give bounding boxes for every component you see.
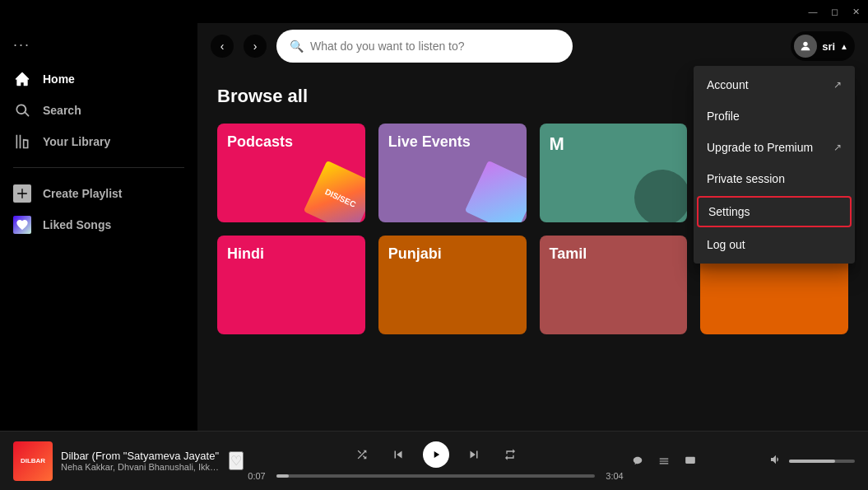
card-label-hindi: Hindi bbox=[227, 245, 264, 263]
library-icon bbox=[13, 133, 31, 151]
shuffle-button[interactable] bbox=[350, 443, 374, 466]
podcast-art: DIS/SEC bbox=[304, 161, 365, 222]
external-link-icon-2: ↗ bbox=[833, 142, 842, 153]
dropdown-item-settings[interactable]: Settings bbox=[697, 196, 852, 227]
queue-button[interactable] bbox=[654, 451, 674, 471]
volume-controls bbox=[707, 453, 855, 469]
search-input[interactable] bbox=[310, 40, 559, 53]
category-card-music[interactable]: M bbox=[540, 124, 688, 222]
back-button[interactable]: ‹ bbox=[211, 35, 234, 58]
category-card-punjabi[interactable]: Punjabi bbox=[378, 236, 527, 334]
sidebar-item-create-playlist[interactable]: Create Playlist bbox=[0, 178, 197, 209]
app-layout: ··· Home Search Your Library bbox=[0, 23, 868, 431]
close-button[interactable]: ✕ bbox=[850, 6, 861, 17]
card-label-live-events: Live Events bbox=[388, 133, 471, 151]
progress-bar[interactable]: 0:07 3:04 bbox=[244, 471, 628, 481]
search-icon bbox=[13, 101, 31, 119]
sidebar-item-library[interactable]: Your Library bbox=[0, 126, 197, 157]
dropdown-item-private-session[interactable]: Private session bbox=[694, 163, 855, 194]
player-bar: DILBAR Dilbar (From "Satyameva Jayate" N… bbox=[0, 431, 868, 490]
player-controls: 0:07 3:04 bbox=[244, 441, 628, 481]
card-label-punjabi: Punjabi bbox=[388, 245, 442, 263]
sidebar-actions: Create Playlist Liked Songs bbox=[0, 175, 197, 244]
next-button[interactable] bbox=[462, 443, 485, 466]
card-label-music: M bbox=[550, 133, 564, 155]
extra-controls bbox=[628, 451, 700, 471]
sidebar-item-liked-songs-label: Liked Songs bbox=[43, 218, 111, 231]
user-name: sri bbox=[822, 40, 835, 53]
forward-button[interactable]: › bbox=[244, 35, 267, 58]
heart-icon bbox=[13, 216, 31, 234]
search-bar[interactable]: 🔍 bbox=[276, 30, 573, 63]
live-events-art bbox=[464, 161, 526, 222]
top-bar: ‹ › 🔍 sri ▲ bbox=[197, 23, 868, 69]
svg-rect-1 bbox=[685, 456, 695, 463]
track-artist: Neha Kakkar, Dhvani Bhanushali, Ikka, T bbox=[61, 462, 220, 472]
track-name: Dilbar (From "Satyameva Jayate" bbox=[61, 450, 220, 462]
category-card-tamil[interactable]: Tamil bbox=[540, 236, 688, 334]
play-pause-button[interactable] bbox=[423, 441, 449, 468]
dropdown-item-upgrade[interactable]: Upgrade to Premium ↗ bbox=[694, 132, 855, 163]
dropdown-menu: Account ↗ Profile Upgrade to Premium ↗ P… bbox=[694, 66, 855, 264]
previous-button[interactable] bbox=[387, 443, 410, 466]
volume-fill bbox=[789, 460, 835, 463]
category-card-hindi[interactable]: Hindi bbox=[217, 236, 365, 334]
sidebar-item-home-label: Home bbox=[43, 72, 75, 86]
lyrics-button[interactable] bbox=[628, 451, 648, 471]
dropdown-item-account[interactable]: Account ↗ bbox=[694, 69, 855, 100]
control-buttons bbox=[350, 441, 522, 468]
home-icon bbox=[13, 70, 31, 88]
card-label-podcasts: Podcasts bbox=[227, 133, 293, 151]
current-time: 0:07 bbox=[244, 471, 270, 481]
sidebar-item-home[interactable]: Home bbox=[0, 63, 197, 95]
dropdown-item-logout[interactable]: Log out bbox=[694, 229, 855, 260]
user-avatar bbox=[794, 35, 817, 58]
card-label-tamil: Tamil bbox=[550, 245, 587, 263]
progress-fill bbox=[276, 474, 289, 478]
sidebar-item-liked-songs[interactable]: Liked Songs bbox=[0, 209, 197, 240]
track-artwork: DILBAR bbox=[13, 441, 53, 481]
external-link-icon: ↗ bbox=[833, 79, 842, 91]
progress-track[interactable] bbox=[276, 474, 595, 478]
main-content: ‹ › 🔍 sri ▲ Account ↗ Profile bbox=[197, 23, 868, 431]
restore-button[interactable]: ◻ bbox=[829, 6, 840, 17]
plus-icon bbox=[13, 184, 31, 203]
volume-icon-button[interactable] bbox=[769, 453, 782, 469]
player-track: DILBAR Dilbar (From "Satyameva Jayate" N… bbox=[13, 441, 244, 481]
sidebar-divider bbox=[13, 167, 184, 168]
three-dots-menu[interactable]: ··· bbox=[0, 30, 197, 60]
dropdown-item-profile[interactable]: Profile bbox=[694, 100, 855, 132]
total-time: 3:04 bbox=[601, 471, 628, 481]
music-art bbox=[625, 161, 687, 222]
sidebar-item-create-playlist-label: Create Playlist bbox=[43, 187, 123, 200]
user-menu-button[interactable]: sri ▲ bbox=[791, 31, 855, 61]
connect-device-button[interactable] bbox=[680, 451, 700, 471]
category-card-podcasts[interactable]: Podcasts DIS/SEC bbox=[217, 124, 365, 222]
svg-point-0 bbox=[804, 42, 808, 46]
category-card-live-events[interactable]: Live Events bbox=[378, 124, 527, 222]
sidebar-item-search[interactable]: Search bbox=[0, 95, 197, 126]
minimize-button[interactable]: — bbox=[807, 6, 819, 17]
track-info: Dilbar (From "Satyameva Jayate" Neha Kak… bbox=[61, 450, 220, 472]
title-bar: — ◻ ✕ bbox=[0, 0, 868, 23]
sidebar: ··· Home Search Your Library bbox=[0, 23, 197, 431]
chevron-up-icon: ▲ bbox=[840, 42, 848, 51]
main-nav: Home Search Your Library bbox=[0, 60, 197, 161]
search-bar-icon: 🔍 bbox=[290, 40, 304, 53]
repeat-button[interactable] bbox=[499, 443, 522, 466]
volume-track[interactable] bbox=[789, 460, 855, 463]
sidebar-item-search-label: Search bbox=[43, 104, 81, 117]
like-button[interactable]: ♡ bbox=[229, 451, 244, 470]
sidebar-item-library-label: Your Library bbox=[43, 135, 110, 148]
